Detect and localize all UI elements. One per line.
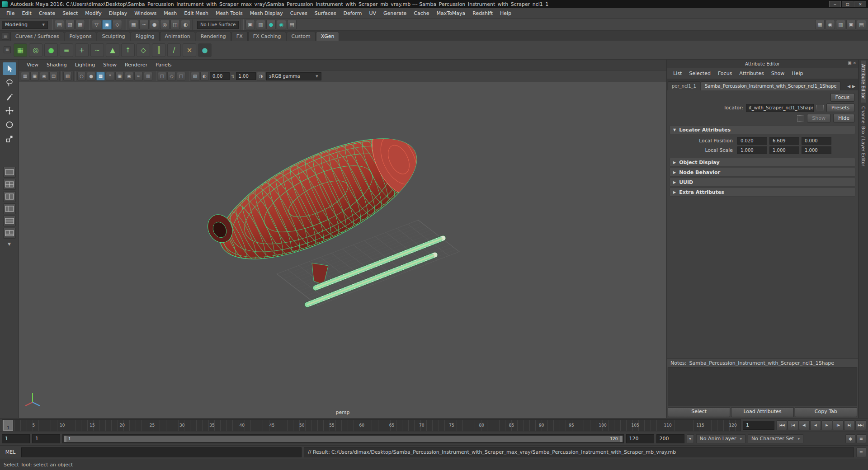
- menu-item[interactable]: Cache: [410, 9, 433, 18]
- maximize-icon[interactable]: □: [842, 1, 854, 7]
- close-icon[interactable]: ×: [854, 1, 866, 7]
- time-ruler[interactable]: 1510152025303540455055606570758085909510…: [2, 419, 741, 431]
- panel-menu-item[interactable]: Show: [99, 61, 121, 69]
- menu-item[interactable]: Redshift: [469, 9, 496, 18]
- shelf-tab[interactable]: Custom: [287, 32, 316, 41]
- value-field-x[interactable]: 0.020: [737, 137, 767, 145]
- attribute-editor-bottom-button[interactable]: Load Attributes: [731, 407, 793, 417]
- attribute-editor-menu-item[interactable]: Show: [768, 70, 788, 77]
- channel-box-icon[interactable]: ▤: [857, 20, 866, 29]
- multisample-icon[interactable]: ▥: [144, 72, 152, 80]
- playback-end-field[interactable]: 120: [626, 434, 654, 443]
- attribute-editor-menu-item[interactable]: List: [670, 70, 685, 77]
- menu-item[interactable]: Help: [496, 9, 515, 18]
- attribute-editor-menu-item[interactable]: Focus: [714, 70, 736, 77]
- camera-attributes-icon[interactable]: ◉: [40, 72, 48, 80]
- snap-point-icon[interactable]: ●: [150, 20, 159, 29]
- show-button[interactable]: Show: [807, 114, 830, 122]
- menu-item[interactable]: File: [3, 9, 18, 18]
- menu-item[interactable]: Edit: [18, 9, 35, 18]
- xgen-density-icon[interactable]: ▲: [106, 43, 119, 57]
- bookmark-icon[interactable]: ▤: [49, 72, 58, 80]
- plugin-shelf-icon[interactable]: ●: [198, 43, 212, 57]
- section-header[interactable]: ▶ Node Behavior: [670, 168, 855, 177]
- section-header[interactable]: ▼ Locator Attributes: [670, 125, 855, 134]
- scale-tool-icon[interactable]: [3, 132, 16, 145]
- step-forward-frame-button[interactable]: ▶|: [844, 420, 855, 430]
- menu-item[interactable]: Display: [105, 9, 131, 18]
- shelf-tab[interactable]: Animation: [160, 32, 195, 41]
- current-frame-field[interactable]: 1: [743, 421, 774, 430]
- mel-label[interactable]: MEL: [2, 449, 19, 455]
- menu-item[interactable]: MaxToMaya: [433, 9, 469, 18]
- ae-utility-icon[interactable]: [797, 115, 804, 122]
- attribute-editor-bottom-button[interactable]: Copy Tab: [795, 407, 857, 417]
- shelf-tab[interactable]: Polygons: [65, 32, 97, 41]
- exposure-field[interactable]: 0.00: [210, 72, 230, 80]
- snap-curve-icon[interactable]: ~: [139, 20, 149, 29]
- menu-item[interactable]: Deform: [340, 9, 365, 18]
- four-pane-layout-button[interactable]: [3, 179, 16, 190]
- xgen-create-description-icon[interactable]: ◎: [29, 43, 42, 57]
- channel-box-side-tab[interactable]: Channel Box / Layer Editor: [861, 103, 866, 170]
- open-scene-icon[interactable]: ▧: [65, 20, 75, 29]
- xgen-curves-icon[interactable]: ~: [90, 43, 104, 57]
- menu-item[interactable]: UV: [365, 9, 380, 18]
- ipr-render-icon[interactable]: ◉: [277, 20, 286, 29]
- live-surface-field[interactable]: No Live Surface: [197, 21, 239, 29]
- shaded-icon[interactable]: ●: [87, 72, 95, 80]
- make-live-icon[interactable]: ◐: [181, 20, 190, 29]
- menu-item[interactable]: Curves: [287, 9, 311, 18]
- playback-start-field[interactable]: 1: [32, 434, 60, 443]
- lock-camera-icon[interactable]: ▣: [30, 72, 39, 80]
- shadows-icon[interactable]: ▣: [115, 72, 124, 80]
- tool-settings-icon[interactable]: ▣: [846, 20, 856, 29]
- wireframe-icon[interactable]: ○: [77, 72, 86, 80]
- focus-button[interactable]: Focus: [830, 93, 854, 102]
- attribute-editor-menu-item[interactable]: Attributes: [736, 70, 767, 77]
- gamma-icon[interactable]: ◑: [257, 72, 265, 80]
- menu-item[interactable]: Generate: [380, 9, 410, 18]
- ae-utility-icon[interactable]: [816, 105, 824, 111]
- modeling-toolkit-icon[interactable]: ▦: [815, 20, 825, 29]
- select-tool-icon[interactable]: [3, 62, 16, 75]
- xray-icon[interactable]: ◫: [158, 72, 166, 80]
- shelf-options-icon[interactable]: ≡: [4, 46, 11, 53]
- shelf-tab[interactable]: FX: [231, 32, 248, 41]
- select-hierarchy-icon[interactable]: ▽: [92, 20, 101, 29]
- xray-joints-icon[interactable]: ◇: [167, 72, 176, 80]
- menu-item[interactable]: Edit Mesh: [180, 9, 212, 18]
- close-panel-icon[interactable]: ×: [853, 61, 856, 65]
- two-pane-layout-button[interactable]: [3, 191, 16, 202]
- exposure-spinner[interactable]: ⇅: [231, 74, 235, 79]
- panel-menu-item[interactable]: Lighting: [71, 61, 99, 69]
- lights-icon[interactable]: *: [106, 72, 114, 80]
- value-field-z[interactable]: 0.000: [802, 137, 831, 145]
- snap-projected-center-icon[interactable]: ◎: [160, 20, 170, 29]
- node-tab[interactable]: per_ncl1_1: [668, 81, 700, 90]
- range-end-handle[interactable]: [620, 436, 623, 442]
- range-start-handle[interactable]: [64, 436, 66, 442]
- menu-item[interactable]: Mesh: [160, 9, 180, 18]
- select-camera-icon[interactable]: ▦: [21, 72, 29, 80]
- minimize-icon[interactable]: ─: [829, 1, 841, 7]
- color-space-dropdown[interactable]: sRGB gamma ▼: [266, 72, 321, 80]
- menu-set-selector[interactable]: Modeling ▼: [2, 21, 48, 29]
- shelf-tab[interactable]: Sculpting: [97, 32, 130, 41]
- attribute-editor-menu-item[interactable]: Selected: [685, 70, 714, 77]
- render-current-frame-icon[interactable]: ●: [266, 20, 276, 29]
- value-field-y[interactable]: 6.609: [769, 137, 799, 145]
- command-result-field[interactable]: // Result: C:/Users/dimax/Desktop/Samba_…: [304, 447, 854, 457]
- construction-history-icon[interactable]: ▣: [245, 20, 255, 29]
- go-to-end-button[interactable]: ▶▶|: [855, 420, 866, 430]
- node-tab[interactable]: Samba_Percussion_Instrument_with_Scraper…: [701, 81, 840, 90]
- snap-view-plane-icon[interactable]: ◫: [170, 20, 180, 29]
- presets-button[interactable]: Presets: [826, 103, 854, 112]
- float-panel-icon[interactable]: ▣: [848, 61, 852, 65]
- section-header[interactable]: ▶ Extra Attributes: [670, 188, 855, 197]
- section-header[interactable]: ▶ Object Display: [670, 158, 855, 167]
- xgen-delete-icon[interactable]: ×: [183, 43, 196, 57]
- notes-textarea[interactable]: [668, 367, 857, 406]
- move-tool-icon[interactable]: [3, 104, 16, 117]
- single-pane-layout-button[interactable]: [3, 167, 16, 178]
